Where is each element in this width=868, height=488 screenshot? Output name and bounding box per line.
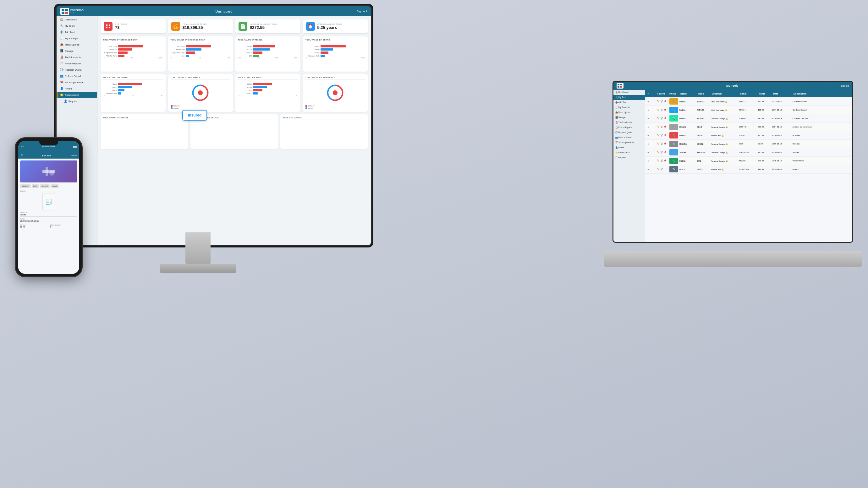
- laptop-sidebar-ambassador[interactable]: 🌟 Ambassador: [614, 150, 645, 155]
- chart-grid-row2: TOOL COUNT BY BRAND Makita Hitachi Linco…: [100, 74, 368, 112]
- ambassador-icon: 🌟: [60, 93, 63, 96]
- sign-out-button[interactable]: Sign out: [357, 10, 367, 13]
- tab-new[interactable]: NEW: [32, 184, 39, 188]
- table-row[interactable]: ● ✏️ 🗑️ 📌 🔧 Makita 19128 Knaack Box 🔒 30…: [645, 131, 852, 140]
- laptop-page-title: My Tools: [726, 84, 738, 87]
- police-icon: 📋: [60, 62, 63, 65]
- phone-signal: ▓▓▓: [73, 146, 77, 148]
- chart-value-storage: TOOL VALUE BY STORAGE POINT PBCI Shop Kn…: [100, 36, 166, 72]
- laptop-sidebar-addtool[interactable]: ➕ Add Tool: [614, 100, 645, 105]
- sidebar-label: My Receipts: [65, 37, 79, 40]
- sidebar-label: Request Quote: [65, 68, 82, 71]
- chart-area: Makita Hitachi Lincoln Milwaukee Tools 0…: [306, 44, 366, 69]
- laptop-sidebar-mytools[interactable]: 🔧 My Tools: [614, 95, 645, 100]
- sidebar-item-profile[interactable]: 👤 Profile: [57, 86, 97, 92]
- laptop-sidebar-request[interactable]: 📩 Request: [614, 155, 645, 160]
- phone-content: RECEIPT NEW SELECT NONE Lowes 🧾 VENDO: [18, 159, 79, 274]
- chart-value-brand: TOOL VALUE BY BRAND Makita Hitachi Linco…: [303, 36, 368, 72]
- laptop-header: My Tools Sign out: [614, 82, 852, 90]
- sidebar-item-ambassador[interactable]: 🌟 Ambassador: [57, 92, 97, 98]
- chart-area: 210MP P129A Turbo III EC3 50010001500200…: [238, 44, 298, 69]
- laptop-sidebar-receipts[interactable]: 🧾 My Receipts: [614, 105, 645, 110]
- chart-area: 210MP P129A EC3 Turbo III 024: [238, 82, 298, 107]
- monitor-stand: [185, 232, 211, 264]
- tools-icon: 🔧: [60, 24, 63, 27]
- tab-receipt[interactable]: RECEIPT: [20, 184, 31, 188]
- sidebar-item-receipts[interactable]: 🧾 My Receipts: [57, 35, 97, 41]
- laptop-sidebar-storage[interactable]: 🗄️ Storage: [614, 115, 645, 120]
- upload-icon: 📤: [60, 43, 63, 46]
- table-body: ● ✏️ 🗑️ 📌 🔧 Makita BGA402 PBCI Job Trail…: [645, 97, 852, 240]
- laptop-body: 🏠 Dashboard 🔧 My Tools ➕ Add Tool 🧾 My R…: [614, 90, 852, 242]
- donut-area: [170, 82, 231, 104]
- stat-card-tools: # OF TOOLS 73: [100, 20, 166, 33]
- laptop-sidebar-police[interactable]: 📋 Police Reports: [614, 125, 645, 130]
- theft-icon: 🚨: [60, 56, 63, 59]
- tool-count-value: 1: [50, 226, 77, 229]
- svg-rect-18: [618, 86, 619, 88]
- app-header: POWERTOOL SAFE Dashboard Sign out: [57, 6, 371, 16]
- sidebar-item-mytools[interactable]: 🔧 My Tools: [57, 23, 97, 29]
- sidebar-item-storage[interactable]: 🗄️ Storage: [57, 48, 97, 54]
- tab-none[interactable]: NONE: [51, 184, 59, 188]
- sidebar-item-request[interactable]: 👤 Request: [57, 98, 97, 104]
- chart-count-model: TOOL COUNT BY MODEL 210MP P129A EC3 Turb…: [236, 74, 301, 112]
- phone-header: ☰ Edit Tool Sign out: [18, 149, 79, 159]
- stat-card-avg-age: ⏰ AVERAGE AGE OF TOOLS 5.25 years: [303, 20, 368, 33]
- phone: 9:07 powertoolsafe.com ▓▓▓ ☰ Edit Tool S…: [16, 138, 82, 276]
- laptop-sidebar-refer[interactable]: 👥 Refer a Friend: [614, 135, 645, 140]
- chart-value-status: TOOL VALUE BY STATUS: [100, 114, 188, 149]
- tool-count-field: TOOL COUNT 1: [50, 224, 77, 229]
- laptop-sidebar-quote[interactable]: 💬 Request Quote: [614, 130, 645, 135]
- quote-icon: 💬: [60, 68, 63, 71]
- laptop-sidebar-dashboard[interactable]: 🏠 Dashboard: [614, 90, 645, 95]
- laptop-sidebar-subscription[interactable]: 📅 Subscription Plan: [614, 140, 645, 145]
- chart-count-insurance: TOOL COUNT BY INSURANCE: [168, 74, 233, 112]
- sidebar-item-massupload[interactable]: 📤 Mass Upload: [57, 41, 97, 48]
- sidebar-item-subscription[interactable]: 📅 Subscription Plan: [57, 79, 97, 86]
- table-row[interactable]: ● ✏️ 🗑️ 📌 🔧 Makita 9741 Personal Garage …: [645, 157, 852, 165]
- chart-title: TOOL COUNT BY BRAND: [103, 77, 163, 80]
- sidebar-item-quote[interactable]: 💬 Request Quote: [57, 67, 97, 73]
- phone-sign-out[interactable]: Sign out: [71, 155, 77, 156]
- sidebar-item-addtool[interactable]: ➕ Add Tool: [57, 29, 97, 35]
- profile-icon: 👤: [60, 87, 63, 90]
- sidebar-item-refer[interactable]: 👥 Refer a Friend: [57, 73, 97, 79]
- chart-title: TOOL VALUE BY INSURANCE: [306, 77, 366, 80]
- svg-rect-21: [45, 167, 48, 176]
- sidebar-label: Mass Upload: [65, 43, 80, 46]
- sidebar-item-theft[interactable]: 🚨 Theft Incidents: [57, 54, 97, 60]
- logo: POWERTOOL SAFE: [60, 8, 85, 15]
- stat-cards: # OF TOOLS 73 💰 TOTAL VALUE OF TOOLS $19…: [100, 20, 368, 33]
- sidebar-item-police[interactable]: 📋 Police Reports: [57, 60, 97, 67]
- table-row[interactable]: ● ✏️ 🗑️ 📌 🔧 Skilsaw SHD77W Personal Gara…: [645, 148, 852, 157]
- laptop-sign-out[interactable]: Sign out: [841, 85, 849, 87]
- total-count-row: TOTAL $8.67 TOOL COUNT 1: [20, 224, 77, 230]
- refer-icon: 👥: [60, 74, 63, 77]
- table-row[interactable]: ● ✏️ 🗑️ 🔩 Bosch 18175 Knaack Box 🔒 85104…: [645, 165, 852, 174]
- table-row[interactable]: ● ✏️ 🗑️ 📌 🔩 Makita BSS611 Personal Garag…: [645, 114, 852, 123]
- table-row[interactable]: ● ✏️ 🗑️ 📌 ⚙️ RotoZip SC301 Personal Gara…: [645, 140, 852, 148]
- chart-title: TOOL UTILIZATION: [283, 117, 365, 120]
- phone-title: Edit Tool: [42, 155, 51, 157]
- phone-menu-icon[interactable]: ☰: [21, 154, 23, 157]
- sidebar-label: Refer a Friend: [65, 75, 81, 77]
- table-row[interactable]: ● ✏️ 🗑️ 📌 🔧 Makita BJR182 PBCI Job Trail…: [645, 106, 852, 114]
- svg-rect-6: [106, 27, 107, 28]
- laptop-sidebar-profile[interactable]: 👤 Profile: [614, 145, 645, 150]
- phone-time: 9:07: [21, 146, 24, 148]
- laptop: My Tools Sign out 🏠 Dashboard 🔧 My Tools…: [604, 78, 862, 267]
- table-row[interactable]: ● ✏️ 🗑️ 📌 🔧 Makita BGA402 PBCI Job Trail…: [645, 97, 852, 106]
- logo-icon: [60, 8, 69, 15]
- sidebar-label: Theft Incidents: [65, 56, 81, 59]
- chart-grid-row3: TOOL VALUE BY STATUS TOOL COUNT BY STATU…: [100, 114, 368, 149]
- laptop-sidebar-massupload[interactable]: 📤 Mass Upload: [614, 110, 645, 115]
- sidebar-label: Police Reports: [65, 62, 81, 65]
- laptop-sidebar-theft[interactable]: 🚨 Theft Incidents: [614, 120, 645, 125]
- sidebar-item-dashboard[interactable]: 🏠 Dashboard: [57, 16, 97, 23]
- th-photo: Photo: [670, 92, 680, 95]
- tab-select[interactable]: SELECT: [40, 184, 50, 188]
- table-row[interactable]: ● ✏️ 🗑️ 📌 🔧 Hitachi EC12 Personal Garage…: [645, 123, 852, 131]
- chart-title: TOOL COUNT BY STORAGE POINT: [170, 39, 231, 42]
- sidebar-label: Subscription Plan: [65, 81, 84, 84]
